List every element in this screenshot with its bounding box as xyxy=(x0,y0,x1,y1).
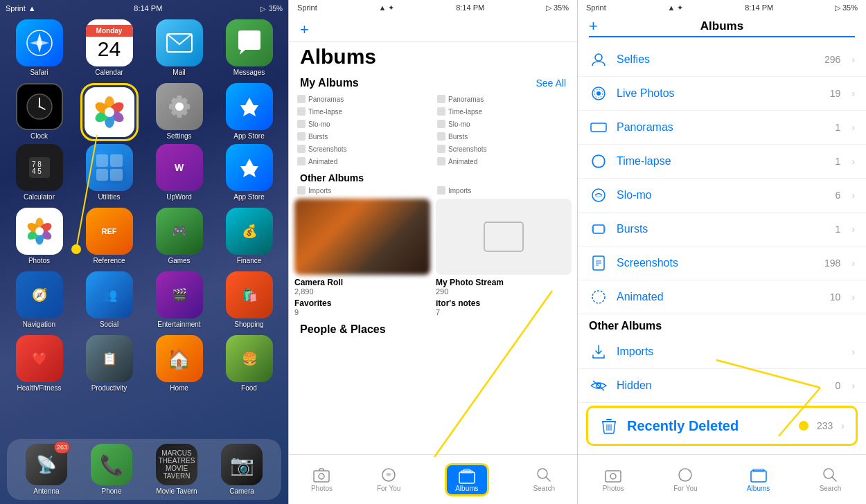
app-photos-small[interactable]: Photos xyxy=(6,208,73,264)
app-social[interactable]: 👥 Social xyxy=(76,271,143,328)
panoramas-icon xyxy=(589,118,608,137)
album-mini-slomo-1: Slo-mo xyxy=(294,118,432,129)
album-photo-stream[interactable]: My Photo Stream 290 xyxy=(436,199,572,296)
tab-albums-highlight: Albums xyxy=(445,463,488,496)
home-screen-panel: Sprint ▲ 8:14 PM ▷ 35% Safari Monday 24 … xyxy=(0,0,288,504)
app-utilities[interactable]: Utilities xyxy=(76,144,143,201)
wifi-icon: ▲ xyxy=(28,4,36,12)
status-bar-panel3: Sprint ▲ ✦ 8:14 PM ▷ 35% xyxy=(578,0,866,15)
other-albums-mini: Imports Imports xyxy=(289,185,577,196)
app-clock[interactable]: Clock xyxy=(6,83,73,151)
app-appstore2[interactable]: App Store xyxy=(215,144,283,201)
list-item-recently-deleted[interactable]: Recently Deleted 233 › xyxy=(588,408,856,444)
list-item-live-photos[interactable]: Live Photos 19 › xyxy=(578,77,866,111)
app-food[interactable]: 🍔 Food xyxy=(215,335,283,392)
bursts-chevron: › xyxy=(851,224,855,235)
mail-icon xyxy=(156,19,203,66)
app-mail[interactable]: Mail xyxy=(145,19,213,76)
app-finance[interactable]: 💰 Finance xyxy=(215,208,283,264)
tab3-foryou[interactable]: For You xyxy=(673,467,697,492)
svg-point-63 xyxy=(679,469,691,481)
appstore2-label: App Store xyxy=(233,193,264,201)
svg-rect-33 xyxy=(459,472,475,483)
album-notes[interactable]: itor's notes 7 xyxy=(436,298,572,316)
nav-icon: 🧭 xyxy=(16,271,63,318)
app-settings[interactable]: Settings xyxy=(145,83,213,151)
antenna-badge: 263 xyxy=(54,441,70,453)
p3-battery: ▷ 35% xyxy=(835,3,858,12)
time-label: 8:14 PM xyxy=(134,4,162,12)
svg-line-55 xyxy=(593,381,604,390)
album-camera-roll[interactable]: Camera Roll 2,890 xyxy=(294,199,430,296)
app-productivity[interactable]: 📋 Productivity xyxy=(76,335,143,392)
list-item-bursts[interactable]: Bursts 1 › xyxy=(578,213,866,246)
app-photos-highlighted[interactable]: Photos xyxy=(76,83,143,151)
list-item-screenshots[interactable]: Screenshots 198 › xyxy=(578,246,866,280)
tab-search[interactable]: Search xyxy=(533,467,555,492)
cal-month: Monday xyxy=(86,25,133,37)
mail-label: Mail xyxy=(173,69,185,76)
app-entertainment[interactable]: 🎬 Entertainment xyxy=(145,271,213,328)
app-reference[interactable]: REF Reference xyxy=(76,208,143,264)
svg-text:4 5: 4 5 xyxy=(32,168,42,175)
svg-marker-2 xyxy=(30,40,49,46)
tab3-photos[interactable]: Photos xyxy=(603,467,624,492)
favorites-name: Favorites xyxy=(294,298,430,308)
productivity-icon: 📋 xyxy=(86,335,133,382)
app-calc[interactable]: 7 84 5 Calculator xyxy=(6,144,73,201)
svg-point-45 xyxy=(592,189,605,201)
my-albums-row: My Albums See All xyxy=(289,74,577,92)
app-safari[interactable]: Safari xyxy=(6,19,73,76)
imports-mini-2: Imports xyxy=(434,185,572,196)
list-item-animated[interactable]: Animated 10 › xyxy=(578,280,866,314)
app-navigation[interactable]: 🧭 Navigation xyxy=(6,271,73,328)
battery-label: 35% xyxy=(269,5,283,12)
favorites-count: 9 xyxy=(294,308,430,316)
dock-movie[interactable]: MARCUS THEATRES MOVIE TAVERN Movie Taver… xyxy=(156,444,197,495)
tab3-foryou-icon xyxy=(676,467,694,483)
health-label: Health/Fitness xyxy=(17,384,62,392)
hidden-icon xyxy=(589,376,608,395)
album-mini-timelapse-1: Time-lapse xyxy=(294,106,432,117)
add-album-button[interactable]: + xyxy=(300,21,309,39)
tab-foryou[interactable]: For You xyxy=(377,467,400,492)
app-home[interactable]: 🏠 Home xyxy=(145,335,213,392)
tab3-search-icon xyxy=(821,467,839,483)
tab3-photos-label: Photos xyxy=(603,485,624,492)
tab3-albums[interactable]: Albums xyxy=(747,467,770,492)
dock-antenna[interactable]: 📡 263 Antenna xyxy=(26,444,67,495)
app-appstore[interactable]: App Store xyxy=(215,83,283,151)
app-calendar[interactable]: Monday 24 Calendar xyxy=(76,19,143,76)
svg-line-37 xyxy=(546,477,550,481)
animated-name: Animated xyxy=(617,291,822,303)
add-button[interactable]: + xyxy=(589,17,598,35)
tab-search-label: Search xyxy=(533,485,555,492)
see-all-button[interactable]: See All xyxy=(536,78,566,89)
panoramas-count: 1 xyxy=(836,122,841,133)
app-messages[interactable]: Messages xyxy=(215,19,283,76)
my-albums-label: My Albums xyxy=(300,77,359,89)
dock-camera[interactable]: 📷 Camera xyxy=(221,444,263,495)
list-item-slomo[interactable]: Slo-mo 6 › xyxy=(578,179,866,213)
app-games[interactable]: 🎮 Games xyxy=(145,208,213,264)
list-item-imports[interactable]: Imports › xyxy=(578,335,866,369)
list-item-timelapse[interactable]: Time-lapse 1 › xyxy=(578,145,866,179)
scroll-top-partial xyxy=(578,37,866,43)
app-health[interactable]: ❤️ Health/Fitness xyxy=(6,335,73,392)
album-favorites[interactable]: Favorites 9 xyxy=(294,298,430,316)
list-item-hidden[interactable]: Hidden 0 › xyxy=(578,369,866,403)
app-shopping[interactable]: 🛍️ Shopping xyxy=(215,271,283,328)
selfies-chevron: › xyxy=(851,54,855,65)
camera-roll-count: 2,890 xyxy=(294,287,430,296)
slomo-icon xyxy=(589,186,608,205)
tab3-search[interactable]: Search xyxy=(820,467,842,492)
tab3-photos-icon xyxy=(604,467,622,483)
tab-bar-panel2: Photos For You Albums Search xyxy=(289,454,577,504)
tab-photos[interactable]: Photos xyxy=(311,467,333,492)
location-icon: ▷ xyxy=(260,5,266,12)
tab-albums-wrap[interactable]: Albums xyxy=(445,463,488,496)
list-item-panoramas[interactable]: Panoramas 1 › xyxy=(578,111,866,145)
list-item-selfies[interactable]: Selfies 296 › xyxy=(578,43,866,77)
app-upword[interactable]: W UpWord xyxy=(145,144,213,201)
dock-phone[interactable]: 📞 Phone xyxy=(91,444,132,495)
